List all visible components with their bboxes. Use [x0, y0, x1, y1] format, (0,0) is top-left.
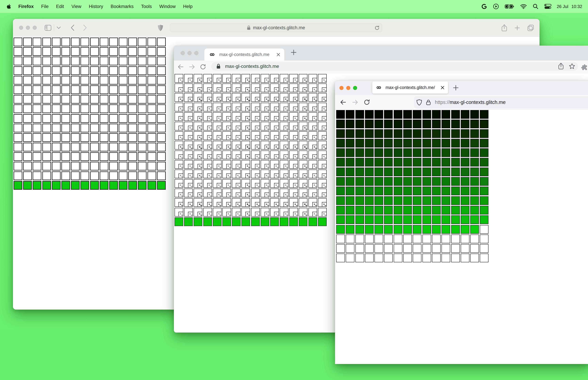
- canvas-cell: [461, 129, 469, 138]
- star-icon[interactable]: [569, 63, 575, 70]
- menu-app-name[interactable]: Firefox: [11, 4, 38, 9]
- canvas-cell: [261, 151, 269, 159]
- canvas-cell: [355, 168, 364, 176]
- canvas-cell: [355, 244, 364, 253]
- zoom-button[interactable]: [33, 26, 37, 30]
- battery-charging-icon[interactable]: [505, 4, 514, 9]
- minimize-button[interactable]: [346, 86, 350, 90]
- tab-overview-icon[interactable]: [527, 24, 534, 31]
- canvas-cell: [174, 170, 183, 178]
- canvas-cell: [432, 206, 441, 214]
- chrome-url-bar[interactable]: max-gl-contexts.glitch.me: [211, 62, 578, 71]
- minimize-button[interactable]: [26, 26, 30, 30]
- canvas-cell: [480, 206, 489, 214]
- share-icon[interactable]: [558, 63, 564, 70]
- canvas-cell: [241, 141, 250, 150]
- canvas-cell: [394, 158, 402, 167]
- canvas-cell: [14, 133, 22, 142]
- wifi-icon[interactable]: [520, 4, 527, 9]
- search-icon[interactable]: [533, 3, 538, 9]
- canvas-cell: [461, 158, 469, 167]
- menubar-time[interactable]: 10:32: [571, 4, 582, 9]
- canvas-cell: [232, 93, 241, 102]
- close-button[interactable]: [19, 26, 23, 30]
- forward-icon[interactable]: [188, 63, 196, 71]
- canvas-cell: [148, 57, 156, 65]
- close-button[interactable]: [340, 86, 343, 90]
- reload-icon[interactable]: [363, 99, 370, 106]
- canvas-cell: [394, 215, 402, 224]
- menu-history[interactable]: History: [85, 4, 107, 9]
- canvas-cell: [346, 148, 354, 157]
- canvas-cell: [109, 181, 118, 190]
- canvas-cell: [119, 85, 127, 94]
- canvas-cell: [308, 141, 317, 150]
- share-icon[interactable]: [501, 24, 507, 32]
- canvas-cell: [61, 114, 70, 123]
- canvas-cell: [138, 95, 147, 104]
- canvas-cell: [365, 168, 374, 176]
- shield-icon[interactable]: [417, 99, 422, 106]
- reload-icon[interactable]: [199, 63, 207, 70]
- minimize-button[interactable]: [188, 51, 191, 55]
- firefox-url-bar[interactable]: https:// max-gl-contexts.glitch.me: [414, 96, 588, 108]
- lock-icon[interactable]: [426, 99, 431, 105]
- firefox-toolbar: https:// max-gl-contexts.glitch.me: [335, 95, 588, 110]
- canvas-cell: [138, 85, 147, 94]
- safari-url-bar[interactable]: max-gl-contexts.glitch.me: [170, 23, 382, 32]
- canvas-cell: [119, 152, 127, 161]
- canvas-cell: [394, 244, 402, 253]
- back-icon[interactable]: [70, 24, 75, 31]
- puzzle-icon[interactable]: [581, 64, 588, 71]
- canvas-cell: [203, 103, 212, 112]
- canvas-cell: [71, 47, 80, 56]
- menu-bookmarks[interactable]: Bookmarks: [107, 4, 137, 9]
- menu-view[interactable]: View: [68, 4, 85, 9]
- canvas-cell: [184, 122, 193, 131]
- new-tab-icon[interactable]: [290, 49, 297, 56]
- divider: [54, 24, 54, 32]
- sidebar-icon[interactable]: [45, 25, 51, 31]
- menu-file[interactable]: File: [38, 4, 52, 9]
- play-circle-icon[interactable]: [493, 3, 499, 10]
- close-icon[interactable]: [276, 52, 281, 57]
- canvas-cell: [100, 114, 108, 123]
- zoom-button[interactable]: [353, 86, 357, 90]
- canvas-cell: [232, 74, 241, 83]
- forward-icon[interactable]: [83, 24, 87, 31]
- chevron-down-icon[interactable]: [57, 26, 61, 29]
- close-button[interactable]: [181, 51, 185, 55]
- canvas-cell: [461, 168, 469, 176]
- menu-edit[interactable]: Edit: [52, 4, 68, 9]
- reload-icon[interactable]: [375, 25, 379, 31]
- lock-icon: [247, 25, 251, 30]
- google-g-icon[interactable]: [481, 3, 487, 9]
- menu-window[interactable]: Window: [155, 4, 179, 9]
- chrome-active-tab[interactable]: max-gl-contexts.glitch.me: [204, 48, 284, 60]
- canvas-cell: [299, 189, 307, 197]
- canvas-cell: [138, 38, 147, 46]
- new-tab-icon[interactable]: [452, 84, 459, 91]
- new-tab-icon[interactable]: [514, 25, 520, 31]
- control-center-icon[interactable]: [544, 4, 551, 9]
- back-icon[interactable]: [177, 63, 184, 71]
- forward-icon[interactable]: [351, 98, 359, 106]
- canvas-cell: [232, 198, 241, 207]
- canvas-cell: [470, 215, 479, 224]
- menu-help[interactable]: Help: [179, 4, 196, 9]
- canvas-cell: [451, 206, 460, 214]
- chrome-tab-title: max-gl-contexts.glitch.me: [219, 52, 269, 57]
- close-icon[interactable]: [440, 86, 445, 90]
- canvas-cell: [203, 83, 212, 92]
- back-icon[interactable]: [340, 98, 347, 106]
- menu-tools[interactable]: Tools: [137, 4, 155, 9]
- zoom-button[interactable]: [194, 51, 198, 55]
- firefox-active-tab[interactable]: max-gl-contexts.glitch.me/: [372, 81, 448, 94]
- canvas-cell: [432, 225, 441, 234]
- canvas-cell: [80, 114, 89, 123]
- canvas-cell: [52, 114, 60, 123]
- canvas-cell: [251, 198, 260, 207]
- menubar-date[interactable]: 26 Jul: [557, 4, 568, 9]
- shield-icon[interactable]: [158, 24, 163, 32]
- apple-logo-icon[interactable]: [6, 4, 11, 9]
